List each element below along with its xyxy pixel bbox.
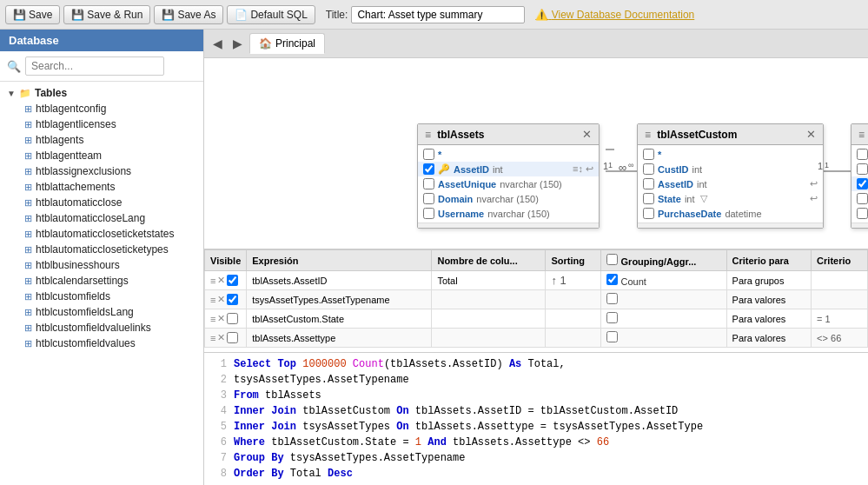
drag-handle[interactable]: ≡ — [210, 295, 215, 305]
table-icon: ⊞ — [24, 119, 32, 130]
col-grouping: Grouping/Aggr... — [601, 250, 726, 271]
sql-keyword: Group By — [234, 452, 284, 464]
sidebar-item-htblagentteam[interactable]: ⊞htblagentteam — [0, 148, 203, 163]
tbl-assetcustom-close-button[interactable]: ✕ — [806, 128, 816, 141]
sidebar-item-htblautomaticcloseticketypes[interactable]: ⊞htblautomaticcloseticketypes — [0, 242, 203, 257]
tsys-assettypes-resize[interactable] — [851, 223, 868, 228]
grouping-checkbox[interactable] — [606, 312, 618, 323]
delete-row-button[interactable]: ✕ — [217, 332, 225, 343]
sql-plain: tsysAssetTypes — [296, 421, 396, 433]
sql-function: Count — [347, 358, 384, 370]
expression-cell: tblAssets.AssetID — [247, 271, 432, 290]
table-icon: ⊞ — [24, 291, 32, 302]
grouping-cell[interactable] — [601, 329, 726, 348]
nav-back-button[interactable]: ◀ — [209, 35, 226, 52]
table-row: ≡ ✕ tsysAssetTypes.AssetTypename Para va… — [205, 290, 868, 309]
visible-checkbox[interactable] — [227, 313, 238, 324]
grouping-checkbox[interactable] — [606, 293, 618, 304]
sql-line-number: 8 — [211, 466, 227, 482]
drag-handle[interactable]: ≡ — [210, 314, 215, 324]
sql-keyword: Select — [234, 358, 271, 370]
sql-line-number: 2 — [211, 372, 227, 388]
save-run-icon: 💾 — [71, 9, 84, 21]
sql-line-code: Where tblAssetCustom.State = 1 And tblAs… — [234, 435, 609, 450]
sidebar-item-htblcalendarsettings[interactable]: ⊞htblcalendarsettings — [0, 273, 203, 289]
sidebar-item-htblagents[interactable]: ⊞htblagents — [0, 132, 203, 148]
sidebar-item-htblautomaticcloseLang[interactable]: ⊞htblautomaticcloseLang — [0, 210, 203, 226]
grouping-header-checkbox[interactable] — [606, 254, 618, 265]
tbl-assetcustom-resize[interactable] — [638, 223, 823, 228]
visible-checkbox[interactable] — [227, 294, 238, 305]
delete-row-button[interactable]: ✕ — [217, 275, 225, 286]
sql-line-number: 5 — [211, 419, 227, 435]
delete-row-button[interactable]: ✕ — [217, 313, 225, 324]
tbl-assetcustom-header: ≡ tblAssetCustom ✕ — [638, 124, 823, 145]
tbl-assetcustom-card: ≡ tblAssetCustom ✕ * CustIDint AssetIDin… — [637, 123, 824, 229]
grouping-cell[interactable] — [601, 309, 726, 329]
sidebar-item-htblassignexclusions[interactable]: ⊞htblassignexclusions — [0, 163, 203, 179]
visible-cell[interactable]: ≡ ✕ — [205, 290, 247, 309]
sidebar: Database 🔍 ▼ 📁 Tables ⊞htblagentconfig⊞h… — [0, 30, 204, 485]
col-criterio: Criterio — [812, 250, 868, 271]
field-star2: * — [638, 147, 823, 162]
sidebar-item-htblautomaticclose[interactable]: ⊞htblautomaticclose — [0, 195, 203, 210]
sql-keyword: Inner Join — [234, 421, 296, 433]
grouping-checkbox[interactable] — [606, 274, 618, 285]
sql-keyword: Top — [271, 358, 302, 370]
sql-keyword: Order By — [234, 468, 284, 480]
grouping-cell[interactable]: Count — [601, 271, 726, 290]
table-icon: ⊞ — [24, 166, 32, 177]
save-run-button[interactable]: 💾 Save & Run — [63, 5, 150, 24]
sidebar-item-htblcustomfieldsLang[interactable]: ⊞htblcustomfieldsLang — [0, 304, 203, 320]
title-input[interactable] — [351, 6, 525, 23]
criterio-cell — [812, 271, 868, 290]
visible-cell[interactable]: ≡ ✕ — [205, 329, 247, 348]
drag-handle[interactable]: ≡ — [210, 333, 215, 343]
grouping-checkbox[interactable] — [606, 331, 618, 342]
visible-cell[interactable]: ≡ ✕ — [205, 271, 247, 290]
tree-tables-node[interactable]: ▼ 📁 Tables — [0, 85, 203, 101]
save-as-button[interactable]: 💾 Save As — [154, 5, 223, 24]
grouping-cell[interactable] — [601, 290, 726, 309]
table-row: ≡ ✕ tblAssets.Assettype Para valores <> … — [205, 329, 868, 348]
sql-line-code: Inner Join tsysAssetTypes On tblAssets.A… — [234, 419, 703, 435]
delete-row-button[interactable]: ✕ — [217, 294, 225, 305]
db-doc-link[interactable]: ⚠️ View Database Documentation — [535, 9, 694, 21]
save-button[interactable]: 💾 Save — [5, 5, 60, 24]
principal-tab[interactable]: 🏠 Principal — [249, 33, 325, 54]
sql-line-number: 4 — [211, 403, 227, 419]
sidebar-item-htblbusinesshours[interactable]: ⊞htblbusinesshours — [0, 257, 203, 273]
search-input[interactable] — [25, 56, 164, 76]
sidebar-item-htblagentlicenses[interactable]: ⊞htblagentlicenses — [0, 116, 203, 132]
nav-forward-button[interactable]: ▶ — [229, 35, 246, 52]
save-as-icon: 💾 — [162, 9, 175, 21]
field-assetname: Assetnamenvarchar (100) ↩ — [851, 176, 868, 191]
sql-plain: tblAssets.AssetID = tblAssetCustom.Asset… — [409, 405, 679, 417]
field-star3: * — [851, 147, 868, 162]
sql-line-code: Select Top 1000000 Count(tblAssets.Asset… — [234, 356, 566, 372]
drag-handle[interactable]: ≡ — [210, 276, 215, 286]
sql-keyword: On — [396, 405, 408, 417]
sidebar-item-htblcustomfields[interactable]: ⊞htblcustomfields — [0, 289, 203, 304]
sorting-cell — [546, 290, 601, 309]
column-name-cell — [432, 290, 546, 309]
tbl-assets-resize[interactable] — [418, 223, 599, 228]
sql-keyword: And — [421, 436, 447, 448]
visible-checkbox[interactable] — [227, 275, 238, 286]
sidebar-item-htblattachements[interactable]: ⊞htblattachements — [0, 179, 203, 195]
search-box: 🔍 — [0, 51, 203, 82]
visible-checkbox[interactable] — [227, 332, 238, 343]
default-sql-button[interactable]: 📄 Default SQL — [227, 5, 315, 24]
sidebar-item-htblcustomfieldvalues[interactable]: ⊞htblcustomfieldvalues — [0, 336, 203, 351]
sql-keyword: Desc — [328, 468, 353, 480]
sidebar-item-htblautomaticcloseticketstates[interactable]: ⊞htblautomaticcloseticketstates — [0, 226, 203, 242]
criterio-cell: <> 66 — [812, 329, 868, 348]
sidebar-item-htblcustomfieldvaluelinks[interactable]: ⊞htblcustomfieldvaluelinks — [0, 320, 203, 336]
visible-cell[interactable]: ≡ ✕ — [205, 309, 247, 329]
sql-line-number: 3 — [211, 388, 227, 403]
tbl-assets-close-button[interactable]: ✕ — [582, 128, 592, 141]
toolbar: 💾 Save 💾 Save & Run 💾 Save As 📄 Default … — [0, 0, 868, 30]
sidebar-item-htblagentconfig[interactable]: ⊞htblagentconfig — [0, 101, 203, 116]
sql-area[interactable]: 1Select Top 1000000 Count(tblAssets.Asse… — [204, 352, 868, 485]
field-username: Usernamenvarchar (150) — [418, 206, 599, 221]
